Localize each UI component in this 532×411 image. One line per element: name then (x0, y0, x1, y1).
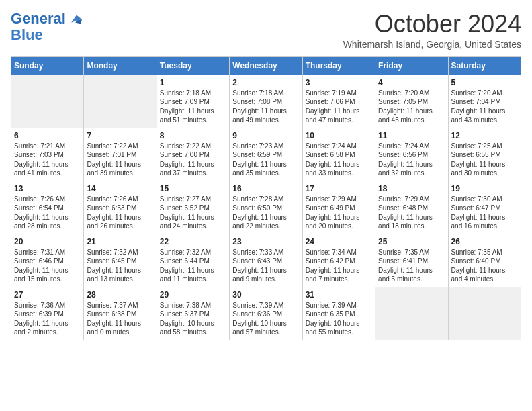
calendar-cell: 13Sunrise: 7:26 AMSunset: 6:54 PMDayligh… (11, 181, 84, 234)
calendar-cell: 28Sunrise: 7:37 AMSunset: 6:38 PMDayligh… (84, 287, 157, 340)
calendar-cell: 1Sunrise: 7:18 AMSunset: 7:09 PMDaylight… (157, 75, 229, 128)
day-number: 24 (306, 237, 372, 246)
day-info: Sunrise: 7:32 AMSunset: 6:44 PMDaylight:… (160, 248, 226, 284)
day-number: 8 (160, 131, 226, 140)
day-number: 10 (306, 131, 372, 140)
day-number: 21 (87, 237, 153, 246)
day-info: Sunrise: 7:20 AMSunset: 7:05 PMDaylight:… (378, 89, 445, 125)
day-number: 13 (14, 184, 81, 193)
calendar-cell: 31Sunrise: 7:39 AMSunset: 6:35 PMDayligh… (302, 287, 375, 340)
day-number: 28 (87, 290, 153, 300)
day-info: Sunrise: 7:26 AMSunset: 6:54 PMDaylight:… (14, 195, 81, 231)
day-number: 11 (378, 131, 445, 140)
day-number: 14 (87, 184, 153, 193)
logo: General Blue (11, 11, 82, 43)
calendar-cell: 7Sunrise: 7:22 AMSunset: 7:01 PMDaylight… (84, 128, 157, 181)
day-number: 31 (306, 290, 372, 300)
day-info: Sunrise: 7:36 AMSunset: 6:39 PMDaylight:… (14, 301, 81, 337)
calendar-cell: 12Sunrise: 7:25 AMSunset: 6:55 PMDayligh… (448, 128, 521, 181)
calendar-cell: 26Sunrise: 7:35 AMSunset: 6:40 PMDayligh… (448, 234, 521, 287)
day-info: Sunrise: 7:24 AMSunset: 6:58 PMDaylight:… (306, 142, 372, 178)
day-info: Sunrise: 7:33 AMSunset: 6:43 PMDaylight:… (232, 248, 299, 284)
calendar-header-row: SundayMondayTuesdayWednesdayThursdayFrid… (11, 56, 521, 75)
day-info: Sunrise: 7:37 AMSunset: 6:38 PMDaylight:… (87, 301, 153, 337)
day-number: 16 (232, 184, 299, 193)
calendar-cell: 10Sunrise: 7:24 AMSunset: 6:58 PMDayligh… (302, 128, 375, 181)
logo-blue: Blue (11, 27, 43, 43)
calendar-cell: 9Sunrise: 7:23 AMSunset: 6:59 PMDaylight… (230, 128, 302, 181)
day-number: 18 (378, 184, 445, 193)
calendar-week-row: 13Sunrise: 7:26 AMSunset: 6:54 PMDayligh… (11, 181, 521, 234)
day-number: 25 (378, 237, 445, 246)
day-number: 2 (232, 78, 299, 87)
day-number: 23 (232, 237, 299, 246)
logo-text: General (11, 11, 82, 27)
calendar-cell: 29Sunrise: 7:38 AMSunset: 6:37 PMDayligh… (157, 287, 229, 340)
day-number: 22 (160, 237, 226, 246)
day-info: Sunrise: 7:25 AMSunset: 6:55 PMDaylight:… (451, 142, 518, 178)
weekday-header: Wednesday (230, 56, 302, 75)
day-number: 30 (232, 290, 299, 300)
day-number: 26 (451, 237, 518, 246)
month-title: October 2024 (343, 11, 521, 38)
logo-bird-icon (71, 15, 82, 24)
calendar-cell (84, 75, 157, 128)
day-info: Sunrise: 7:18 AMSunset: 7:08 PMDaylight:… (232, 89, 299, 125)
day-number: 20 (14, 237, 81, 246)
day-info: Sunrise: 7:30 AMSunset: 6:47 PMDaylight:… (451, 195, 518, 231)
calendar-cell: 11Sunrise: 7:24 AMSunset: 6:56 PMDayligh… (375, 128, 448, 181)
day-number: 19 (451, 184, 518, 193)
calendar-cell: 20Sunrise: 7:31 AMSunset: 6:46 PMDayligh… (11, 234, 84, 287)
calendar-cell: 14Sunrise: 7:26 AMSunset: 6:53 PMDayligh… (84, 181, 157, 234)
day-info: Sunrise: 7:32 AMSunset: 6:45 PMDaylight:… (87, 248, 153, 284)
day-info: Sunrise: 7:20 AMSunset: 7:04 PMDaylight:… (451, 89, 518, 125)
location: Whitemarsh Island, Georgia, United State… (343, 39, 521, 50)
calendar-cell: 30Sunrise: 7:39 AMSunset: 6:36 PMDayligh… (230, 287, 302, 340)
logo-general: General (11, 10, 66, 27)
weekday-header: Thursday (302, 56, 375, 75)
day-info: Sunrise: 7:35 AMSunset: 6:40 PMDaylight:… (451, 248, 518, 284)
weekday-header: Monday (84, 56, 157, 75)
calendar-cell: 23Sunrise: 7:33 AMSunset: 6:43 PMDayligh… (230, 234, 302, 287)
day-info: Sunrise: 7:34 AMSunset: 6:42 PMDaylight:… (306, 248, 372, 284)
calendar-cell: 15Sunrise: 7:27 AMSunset: 6:52 PMDayligh… (157, 181, 229, 234)
calendar-week-row: 6Sunrise: 7:21 AMSunset: 7:03 PMDaylight… (11, 128, 521, 181)
day-number: 3 (306, 78, 372, 87)
day-info: Sunrise: 7:18 AMSunset: 7:09 PMDaylight:… (160, 89, 226, 125)
day-number: 29 (160, 290, 226, 300)
calendar-cell: 17Sunrise: 7:29 AMSunset: 6:49 PMDayligh… (302, 181, 375, 234)
day-info: Sunrise: 7:39 AMSunset: 6:36 PMDaylight:… (232, 301, 299, 337)
calendar-cell: 4Sunrise: 7:20 AMSunset: 7:05 PMDaylight… (375, 75, 448, 128)
calendar-cell: 6Sunrise: 7:21 AMSunset: 7:03 PMDaylight… (11, 128, 84, 181)
calendar-cell: 19Sunrise: 7:30 AMSunset: 6:47 PMDayligh… (448, 181, 521, 234)
calendar-cell (375, 287, 448, 340)
day-info: Sunrise: 7:19 AMSunset: 7:06 PMDaylight:… (306, 89, 372, 125)
day-info: Sunrise: 7:29 AMSunset: 6:48 PMDaylight:… (378, 195, 445, 231)
day-info: Sunrise: 7:35 AMSunset: 6:41 PMDaylight:… (378, 248, 445, 284)
calendar-week-row: 27Sunrise: 7:36 AMSunset: 6:39 PMDayligh… (11, 287, 521, 340)
day-info: Sunrise: 7:22 AMSunset: 7:01 PMDaylight:… (87, 142, 153, 178)
day-info: Sunrise: 7:21 AMSunset: 7:03 PMDaylight:… (14, 142, 81, 178)
day-info: Sunrise: 7:29 AMSunset: 6:49 PMDaylight:… (306, 195, 372, 231)
weekday-header: Tuesday (157, 56, 229, 75)
calendar-table: SundayMondayTuesdayWednesdayThursdayFrid… (11, 56, 521, 340)
calendar-cell: 16Sunrise: 7:28 AMSunset: 6:50 PMDayligh… (230, 181, 302, 234)
weekday-header: Friday (375, 56, 448, 75)
weekday-header: Sunday (11, 56, 84, 75)
day-number: 9 (232, 131, 299, 140)
calendar-cell: 22Sunrise: 7:32 AMSunset: 6:44 PMDayligh… (157, 234, 229, 287)
calendar-week-row: 20Sunrise: 7:31 AMSunset: 6:46 PMDayligh… (11, 234, 521, 287)
day-info: Sunrise: 7:31 AMSunset: 6:46 PMDaylight:… (14, 248, 81, 284)
day-info: Sunrise: 7:23 AMSunset: 6:59 PMDaylight:… (232, 142, 299, 178)
header: General Blue October 2024 Whitemarsh Isl… (11, 11, 521, 50)
calendar-cell: 25Sunrise: 7:35 AMSunset: 6:41 PMDayligh… (375, 234, 448, 287)
calendar-cell: 27Sunrise: 7:36 AMSunset: 6:39 PMDayligh… (11, 287, 84, 340)
day-info: Sunrise: 7:38 AMSunset: 6:37 PMDaylight:… (160, 301, 226, 337)
calendar-cell: 3Sunrise: 7:19 AMSunset: 7:06 PMDaylight… (302, 75, 375, 128)
day-info: Sunrise: 7:24 AMSunset: 6:56 PMDaylight:… (378, 142, 445, 178)
title-block: October 2024 Whitemarsh Island, Georgia,… (343, 11, 521, 50)
calendar-cell: 21Sunrise: 7:32 AMSunset: 6:45 PMDayligh… (84, 234, 157, 287)
day-info: Sunrise: 7:22 AMSunset: 7:00 PMDaylight:… (160, 142, 226, 178)
day-info: Sunrise: 7:39 AMSunset: 6:35 PMDaylight:… (306, 301, 372, 337)
calendar-cell: 2Sunrise: 7:18 AMSunset: 7:08 PMDaylight… (230, 75, 302, 128)
